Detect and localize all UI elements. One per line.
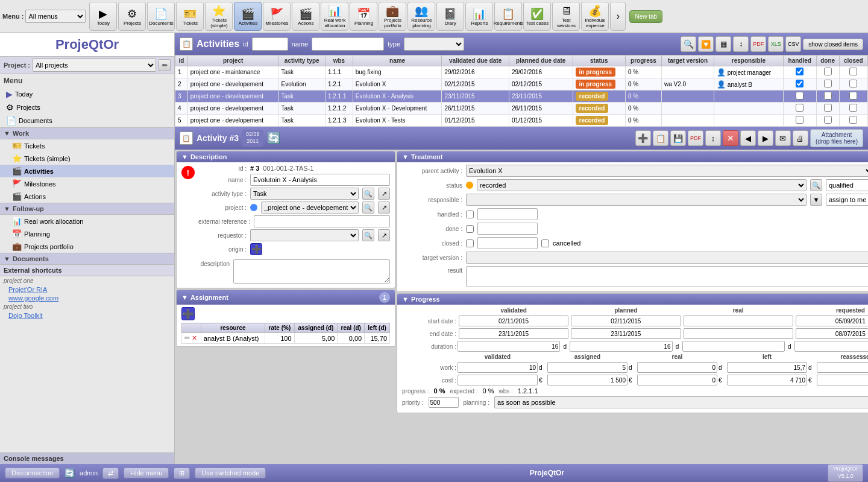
cost-real-input[interactable] [637,375,717,385]
save-activity-btn[interactable]: 💾 [670,130,686,146]
toolbar-btn-reports[interactable]: 📊 Reports [465,2,493,31]
menu-dropdown[interactable]: All menus [25,10,86,23]
qualified-input[interactable] [826,179,868,191]
work-real-input[interactable] [637,362,717,373]
sidebar-item-milestones[interactable]: 🚩 Milestones [0,177,174,190]
target-version-select[interactable] [466,252,868,264]
toolbar-btn-today[interactable]: ▶ Today [89,2,117,31]
ext-link-dojo[interactable]: Dojo Toolkit [0,311,174,320]
table-row[interactable]: 5 project one - developement Task 1.2.1.… [175,115,868,127]
dur-planned-input[interactable] [570,341,672,352]
print-activity-btn[interactable]: 🖨 [793,130,808,146]
toolbar-btn-realwork[interactable]: 📊 Real work allocation [321,2,348,31]
cols-btn[interactable]: ↕ [733,36,749,52]
description-textarea[interactable] [233,259,390,284]
layout-btn[interactable]: ⊞ [174,468,190,479]
id-search-input[interactable] [252,37,288,51]
sidebar-item-projects[interactable]: ⚙ Projects [0,101,174,114]
attachment-btn[interactable]: Attachment(drop files here) [810,129,863,147]
origin-add-btn[interactable]: ➕ [250,243,262,255]
assign-to-me-input[interactable] [826,194,868,206]
table-row[interactable]: 1 project one - maintenance Task 1.1.1 b… [175,66,868,78]
status-search-btn[interactable]: 🔍 [810,179,822,191]
sidebar-item-actions[interactable]: 🎬 Actions [0,190,174,203]
table-row[interactable]: 4 project one - developement Task 1.2.1.… [175,103,868,115]
email-activity-btn[interactable]: ✉ [775,130,791,146]
toolbar-btn-requirements[interactable]: 📋 Requirements [494,2,522,31]
new-tab-button[interactable]: New tab [629,10,662,23]
work-validated-input[interactable] [458,362,538,373]
dur-requested-input[interactable] [794,341,868,352]
handled-input[interactable] [477,208,538,220]
toolbar-btn-diary[interactable]: 📓 Diary [436,2,464,31]
start-planned-input[interactable] [571,316,681,326]
name-search-input[interactable] [312,37,384,51]
disconnect-btn[interactable]: Disconnection [5,468,60,478]
done-input[interactable] [477,223,538,235]
end-real-input[interactable] [684,328,793,339]
work-reassessed-input[interactable] [817,362,868,373]
responsible-select[interactable] [466,194,807,206]
cost-left-input[interactable] [727,375,807,385]
sidebar-item-portfolio[interactable]: 💼 Projects portfolio [0,240,174,253]
end-planned-input[interactable] [571,328,681,339]
sidebar-item-tickets-simple[interactable]: ⭐ Tickets (simple) [0,152,174,165]
assignment-delete-icon[interactable]: ✕ [192,334,197,341]
closed-checkbox[interactable] [466,239,474,247]
assignment-panel-header[interactable]: ▼ Assignment 1 [177,290,395,305]
progress-panel-header[interactable]: ▼ Progress [397,294,868,305]
activity-type-goto-btn[interactable]: ↗ [378,188,390,200]
table-row[interactable]: 2 project one - developement Evolution 1… [175,78,868,90]
toolbar-btn-expense[interactable]: 💰 Individual expense [581,2,609,31]
project-combo-select[interactable]: All projects [33,59,156,72]
switch-user-btn[interactable]: ⇄ [102,468,119,479]
dur-real-input[interactable] [682,341,785,352]
toolbar-btn-documents[interactable]: 📄 Documents [147,2,175,31]
toolbar-btn-portfolio[interactable]: 💼 Projects portfolio [379,2,406,31]
closed-input[interactable] [477,237,538,249]
documents-section-header[interactable]: ▼ Documents [0,253,174,265]
activity-type-search-btn[interactable]: 🔍 [362,188,374,200]
ext-ref-input[interactable] [254,215,390,227]
start-requested-input[interactable] [796,316,868,326]
hide-menu-btn[interactable]: Hide menu [124,468,169,478]
type-search-select[interactable] [404,37,464,51]
copy-activity-btn[interactable]: 📋 [653,130,668,146]
prev-activity-btn[interactable]: ◀ [740,130,756,146]
toolbar-btn-actions[interactable]: 🎬 Actions [292,2,319,31]
ext-link-google[interactable]: www.google.com [0,294,174,302]
project-edit-btn[interactable]: ✏ [159,59,171,71]
expand-activity-btn[interactable]: ↕ [705,130,721,146]
add-activity-btn[interactable]: ➕ [635,130,651,146]
sidebar-item-tickets[interactable]: 🎫 Tickets [0,139,174,152]
toolbar-btn-more[interactable]: › [610,2,626,31]
toolbar-btn-activities[interactable]: 🎬 Activities [234,2,262,31]
start-validated-input[interactable] [459,316,568,326]
export-xls-btn[interactable]: XLS [768,36,784,52]
export-csv-btn[interactable]: CSV [785,36,801,52]
responsible-type-btn[interactable]: ▼ [810,194,822,206]
result-textarea[interactable] [466,266,868,287]
end-requested-input[interactable] [796,328,868,339]
requestor-goto-btn[interactable]: ↗ [378,229,390,241]
sidebar-item-realwork[interactable]: 📊 Real work allocation [0,215,174,227]
requestor-search-btn[interactable]: 🔍 [362,229,374,241]
activity-type-select[interactable]: Task [250,188,359,200]
cost-reassessed-input[interactable] [817,375,868,385]
description-panel-header[interactable]: ▼ Description [177,151,395,162]
toolbar-btn-testsessions[interactable]: 🖥 Test sessions [552,2,580,31]
work-left-input[interactable] [727,362,807,373]
toolbar-btn-tickets-simple[interactable]: ⭐ Tickets (simple) [205,2,233,31]
delete-activity-btn[interactable]: ✕ [723,130,738,146]
project-search-btn[interactable]: 🔍 [362,201,374,214]
work-assigned-input[interactable] [547,362,627,373]
toolbar-btn-projects[interactable]: ⚙ Projects [118,2,146,31]
work-section-header[interactable]: ▼ Work [0,127,174,139]
ext-link-projeqtor[interactable]: Projet'Or RIA [0,285,174,294]
pdf-activity-btn[interactable]: PDF [688,130,703,146]
sidebar-item-activities[interactable]: 🎬 Activities [0,165,174,177]
toolbar-btn-milestones[interactable]: 🚩 Milestones [263,2,291,31]
toolbar-btn-resource[interactable]: 👥 Resource planning [407,2,435,31]
priority-input[interactable] [429,397,459,408]
toolbar-btn-planning[interactable]: 📅 Planning [350,2,377,31]
